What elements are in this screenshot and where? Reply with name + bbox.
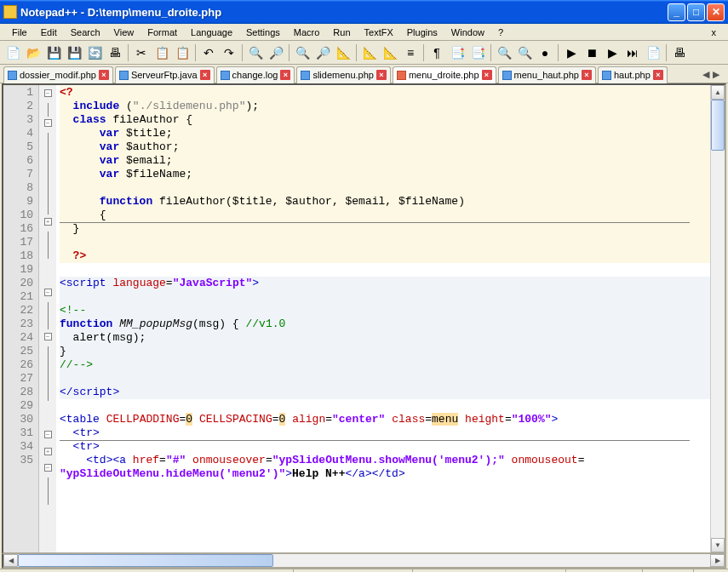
- toolbar-button-4[interactable]: 🔄: [85, 43, 104, 62]
- code-line[interactable]: include ("./slidemenu.php");: [60, 100, 710, 113]
- menu-run[interactable]: Run: [326, 26, 357, 39]
- tab-menu_droite-php[interactable]: menu_droite.php×: [393, 66, 496, 83]
- code-line[interactable]: [60, 181, 710, 195]
- toolbar-button-6[interactable]: ✂: [132, 43, 151, 62]
- toolbar-button-1[interactable]: 📂: [24, 43, 43, 62]
- fold-toggle[interactable]: −: [44, 431, 52, 438]
- close-button[interactable]: ✕: [707, 3, 725, 21]
- code-line[interactable]: }: [60, 345, 710, 358]
- fold-toggle[interactable]: −: [44, 333, 52, 340]
- code-line[interactable]: "ypSlideOutMenu.hideMenu('menu2')">Help …: [60, 467, 710, 481]
- tab-close-button[interactable]: ×: [653, 70, 663, 80]
- toolbar-button-5[interactable]: 🖶: [106, 43, 124, 62]
- toolbar-button-13[interactable]: 🔍: [293, 43, 312, 62]
- code-line[interactable]: [60, 236, 710, 249]
- code-line[interactable]: <script language="JavaScript">: [60, 277, 710, 290]
- toolbar-button-28[interactable]: ⏭: [623, 43, 642, 62]
- code-line[interactable]: [60, 372, 710, 386]
- tab-close-button[interactable]: ×: [376, 70, 387, 80]
- toolbar-button-29[interactable]: 📄: [644, 43, 662, 62]
- tab-change-log[interactable]: change.log×: [216, 66, 295, 83]
- toolbar-button-3[interactable]: 💾: [65, 43, 83, 62]
- scroll-left-button[interactable]: ◀: [3, 554, 18, 567]
- scroll-up-button[interactable]: ▲: [711, 85, 725, 100]
- tab-prev-button[interactable]: ◀: [702, 69, 709, 80]
- code-line[interactable]: <?: [60, 86, 710, 100]
- code-line[interactable]: var $email;: [60, 154, 710, 168]
- tab-next-button[interactable]: ▶: [713, 69, 719, 80]
- toolbar-button-21[interactable]: 📑: [468, 43, 487, 62]
- toolbar-button-16[interactable]: 📐: [360, 43, 379, 62]
- scroll-thumb-h[interactable]: [18, 554, 273, 567]
- menu-view[interactable]: View: [107, 26, 141, 39]
- toolbar-button-24[interactable]: ●: [536, 43, 554, 62]
- maximize-button[interactable]: □: [687, 3, 705, 21]
- code-line[interactable]: class fileAuthor {: [60, 113, 710, 127]
- fold-toggle[interactable]: −: [44, 119, 52, 127]
- toolbar-button-12[interactable]: 🔎: [267, 43, 285, 62]
- tab-close-button[interactable]: ×: [99, 70, 109, 80]
- code-line[interactable]: <!--: [60, 304, 710, 317]
- code-line[interactable]: <tr>: [60, 440, 710, 454]
- code-area[interactable]: <? include ("./slidemenu.php"); class fi…: [56, 85, 710, 552]
- menu-macro[interactable]: Macro: [287, 26, 327, 39]
- toolbar-button-20[interactable]: 📑: [448, 43, 467, 62]
- toolbar-button-26[interactable]: ⏹: [582, 43, 601, 62]
- fold-toggle[interactable]: −: [44, 89, 52, 97]
- minimize-button[interactable]: _: [668, 3, 685, 21]
- code-line[interactable]: var $fileName;: [60, 168, 710, 181]
- menu-window[interactable]: Window: [444, 26, 491, 39]
- toolbar-button-2[interactable]: 💾: [44, 43, 63, 62]
- tab-close-button[interactable]: ×: [280, 70, 290, 80]
- tab-menu_haut-php[interactable]: menu_haut.php×: [498, 66, 596, 83]
- tab-close-button[interactable]: ×: [582, 70, 592, 80]
- scroll-right-button[interactable]: ▶: [710, 554, 725, 567]
- toolbar-button-15[interactable]: 📐: [334, 43, 353, 62]
- tab-haut-php[interactable]: haut.php×: [598, 66, 668, 83]
- code-line[interactable]: function MM_popupMsg(msg) { //v1.0: [60, 317, 710, 331]
- toolbar-button-27[interactable]: ▶: [603, 43, 622, 62]
- menu-edit[interactable]: Edit: [34, 26, 64, 39]
- toolbar-button-19[interactable]: ¶: [427, 43, 446, 62]
- code-line[interactable]: [60, 263, 710, 277]
- toolbar-button-7[interactable]: 📋: [152, 43, 171, 62]
- scroll-down-button[interactable]: ▼: [711, 538, 725, 552]
- tab-ServeurFtp-java[interactable]: ServeurFtp.java×: [115, 66, 215, 83]
- menu-search[interactable]: Search: [64, 26, 107, 39]
- toolbar-button-0[interactable]: 📄: [3, 43, 22, 62]
- fold-toggle[interactable]: −: [44, 289, 52, 296]
- code-line[interactable]: alert(msg);: [60, 331, 710, 345]
- tab-dossier_modif-php[interactable]: dossier_modif.php×: [3, 66, 113, 83]
- code-line[interactable]: </script>: [60, 386, 710, 399]
- tab-close-button[interactable]: ×: [200, 70, 210, 80]
- menu-format[interactable]: Format: [140, 26, 184, 39]
- toolbar-button-11[interactable]: 🔍: [246, 43, 265, 62]
- menu-plugins[interactable]: Plugins: [400, 26, 444, 39]
- menu-textfx[interactable]: TextFX: [358, 26, 400, 39]
- code-line[interactable]: {: [60, 209, 710, 222]
- menu-file[interactable]: File: [5, 26, 34, 39]
- toolbar-button-10[interactable]: ↷: [220, 43, 238, 62]
- scroll-thumb-v[interactable]: [711, 100, 725, 151]
- menu-close-doc[interactable]: x: [705, 26, 724, 39]
- toolbar-button-8[interactable]: 📋: [173, 43, 192, 62]
- fold-toggle[interactable]: −: [44, 464, 52, 472]
- code-line[interactable]: var $title;: [60, 127, 710, 140]
- code-line[interactable]: function fileAuthor($title, $author, $em…: [60, 195, 710, 209]
- code-line[interactable]: <table CELLPADDING=0 CELLSPACING=0 align…: [60, 413, 710, 426]
- toolbar-button-14[interactable]: 🔎: [313, 43, 332, 62]
- code-line[interactable]: //-->: [60, 358, 710, 372]
- code-line[interactable]: ?>: [60, 249, 710, 263]
- menu-settings[interactable]: Settings: [239, 26, 287, 39]
- horizontal-scrollbar[interactable]: ◀ ▶: [2, 554, 726, 569]
- toolbar-button-22[interactable]: 🔍: [495, 43, 513, 62]
- toolbar-button-25[interactable]: ▶: [562, 43, 581, 62]
- menu-?[interactable]: ?: [491, 26, 510, 39]
- code-line[interactable]: [60, 290, 710, 304]
- code-line[interactable]: }: [60, 222, 710, 236]
- code-line[interactable]: <td><a href="#" onmouseover="ypSlideOutM…: [60, 454, 710, 467]
- vertical-scrollbar[interactable]: ▲ ▼: [710, 85, 725, 552]
- toolbar-button-18[interactable]: ≡: [401, 43, 420, 62]
- toolbar-button-23[interactable]: 🔍: [515, 43, 534, 62]
- toolbar-button-30[interactable]: 🖶: [670, 43, 689, 62]
